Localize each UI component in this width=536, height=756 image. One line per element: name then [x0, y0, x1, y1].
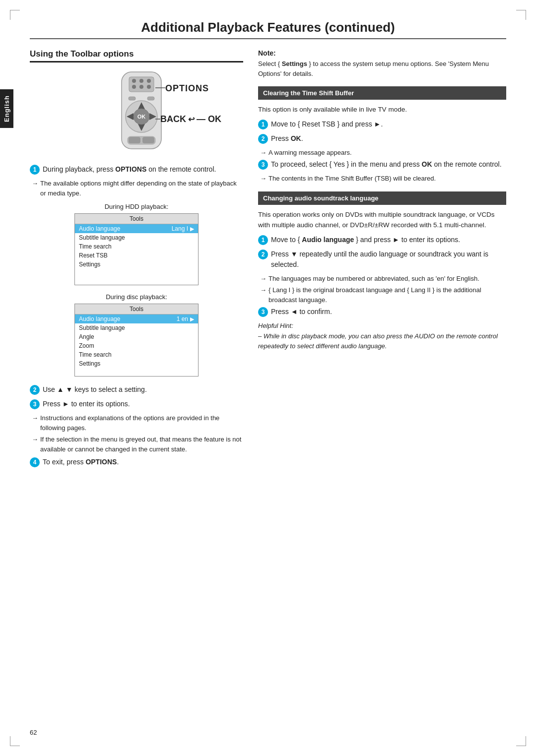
corner-mark-bl [10, 736, 20, 746]
right-column: Note: Select { Settings } to access the … [258, 49, 506, 471]
audio-step-2: 2 Press ▼ repeatedly until the audio lan… [258, 249, 506, 270]
disc-menu-item-5: Settings [75, 359, 198, 368]
hdd-item-label-1: Subtitle language [79, 234, 125, 241]
disc-menu-item-4: Time search [75, 350, 198, 359]
arrow-1: → [32, 179, 38, 198]
tsb-step-num-3: 3 [258, 160, 268, 170]
disc-item-label-5: Settings [79, 360, 100, 367]
svg-rect-19 [147, 97, 154, 100]
main-title: Additional Playback Features (continued) [30, 20, 506, 39]
title-suffix: (continued) [321, 20, 395, 35]
step-num-2: 2 [30, 385, 40, 395]
audio-bullet-2: → { Lang I } is the original broadcast l… [260, 285, 506, 305]
ok-bold-2: OK [422, 160, 432, 168]
audio-arrow-1: → [260, 274, 267, 284]
remote-svg-container: OK OPTIONS BACK ↩ — OK [92, 69, 191, 155]
back-text: BACK [160, 114, 186, 125]
tsb-bullet-2-text: The contents in the Time Shift Buffer (T… [268, 174, 436, 184]
tsb-intro: This option is only available while in l… [258, 105, 506, 115]
left-step-3: 3 Press ► to enter its options. [30, 399, 243, 409]
hdd-menu-title: Tools [75, 214, 198, 224]
disc-menu-label: During disc playback: [30, 293, 243, 301]
svg-rect-17 [142, 137, 154, 143]
left-bullet-2: → Instructions and explanations of the o… [32, 413, 243, 433]
corner-mark-br [516, 736, 526, 746]
arrow-2: → [32, 413, 38, 433]
disc-menu-item-0: Audio language 1 en ▶ [75, 315, 198, 323]
audio-step-1-text: Move to { Audio language } and press ► t… [271, 235, 506, 245]
hint-text: – While in disc playback mode, you can a… [258, 331, 506, 351]
ok-text: — OK [197, 114, 221, 125]
options-label: OPTIONS [165, 83, 209, 94]
audio-step-2-text: Press ▼ repeatedly until the audio langu… [271, 249, 506, 270]
english-tab: English [0, 89, 13, 128]
tsb-step-2-text: Press OK. [271, 133, 506, 144]
hdd-menu-empty-1 [75, 269, 198, 277]
note-title: Note: [258, 49, 506, 57]
title-text: Additional Playback Features [141, 20, 321, 35]
tsb-bullet-2: → The contents in the Time Shift Buffer … [260, 174, 506, 184]
audio-step-num-1: 1 [258, 235, 268, 245]
tsb-step-num-1: 1 [258, 120, 268, 129]
disc-item-label-2: Angle [79, 333, 94, 340]
tsb-step-3-text: To proceed, select { Yes } in the menu a… [271, 159, 506, 170]
audio-step-3-text: Press ◄ to confirm. [271, 307, 506, 317]
hdd-item-value-0: Lang I ▶ [172, 225, 194, 232]
disc-arrow-0: ▶ [190, 316, 194, 322]
audio-intro: This operation works only on DVDs with m… [258, 210, 506, 231]
disc-menu-item-2: Angle [75, 332, 198, 341]
hdd-val-0: Lang I [172, 225, 188, 232]
disc-item-value-0: 1 en ▶ [177, 315, 194, 322]
hdd-menu-label: During HDD playback: [30, 203, 243, 210]
svg-rect-16 [129, 137, 140, 143]
corner-mark-tl [10, 10, 20, 20]
left-column: Using the Toolbar options [30, 49, 243, 471]
disc-menu-item-1: Subtitle language [75, 323, 198, 332]
audio-bullet-2-text: { Lang I } is the original broadcast lan… [268, 285, 506, 305]
svg-point-5 [132, 85, 136, 89]
tsb-section-bar: Clearing the Time Shift Buffer [258, 86, 506, 100]
left-step-1: 1 During playback, press OPTIONS on the … [30, 164, 243, 175]
audio-bullet-1-text: The languages may be numbered or abbrevi… [268, 274, 479, 284]
audio-step-1: 1 Move to { Audio language } and press ►… [258, 235, 506, 245]
svg-rect-18 [129, 97, 135, 100]
hdd-menu-box: Tools Audio language Lang I ▶ Subtitle l… [74, 213, 199, 285]
svg-text:OK: OK [137, 114, 146, 120]
helpful-hint: Helpful Hint: – While in disc playback m… [258, 322, 506, 351]
left-bullet-1: → The available options might differ dep… [32, 179, 243, 198]
bullet-1-text: The available options might differ depen… [40, 179, 243, 198]
audio-bullet-1: → The languages may be numbered or abbre… [260, 274, 506, 284]
audio-lang-bold: Audio language [302, 236, 354, 244]
options-bold-2: OPTIONS [85, 458, 117, 466]
note-text: Select { Settings } to access the system… [258, 59, 506, 78]
hint-title: Helpful Hint: [258, 322, 506, 329]
hdd-arrow-0: ▶ [190, 226, 194, 232]
tsb-step-num-2: 2 [258, 134, 268, 144]
hdd-item-label-0: Audio language [79, 225, 120, 232]
disc-menu-item-3: Zoom [75, 341, 198, 350]
step-1-text: During playback, press OPTIONS on the re… [43, 164, 243, 175]
svg-point-2 [132, 79, 136, 83]
tsb-step-1-text: Move to { Reset TSB } and press ►. [271, 119, 506, 129]
disc-menu-empty-1 [75, 368, 198, 376]
tsb-bullet-1-text: A warning message appears. [268, 148, 352, 158]
bullet-3-text: If the selection in the menu is greyed o… [40, 435, 243, 454]
ok-bold-1: OK [291, 134, 301, 142]
disc-item-label-3: Zoom [79, 342, 94, 349]
step-2-text: Use ▲ ▼ keys to select a setting. [43, 384, 243, 395]
hdd-item-label-4: Settings [79, 261, 100, 268]
left-section-heading: Using the Toolbar options [30, 49, 243, 63]
hdd-menu-item-3: Reset TSB [75, 251, 198, 260]
step-num-4: 4 [30, 457, 40, 467]
tsb-step-2: 2 Press OK. [258, 133, 506, 144]
tsb-step-3: 3 To proceed, select { Yes } in the menu… [258, 159, 506, 170]
audio-step-num-3: 3 [258, 307, 268, 317]
disc-menu-title: Tools [75, 304, 198, 315]
tsb-step-1: 1 Move to { Reset TSB } and press ►. [258, 119, 506, 129]
disc-menu-box: Tools Audio language 1 en ▶ Subtitle lan… [74, 304, 199, 377]
step-4-text: To exit, press OPTIONS. [43, 457, 243, 467]
hdd-menu-item-1: Subtitle language [75, 233, 198, 242]
page-number: 62 [30, 729, 37, 736]
settings-bold: Settings [282, 60, 307, 67]
two-col-layout: Using the Toolbar options [30, 49, 506, 471]
